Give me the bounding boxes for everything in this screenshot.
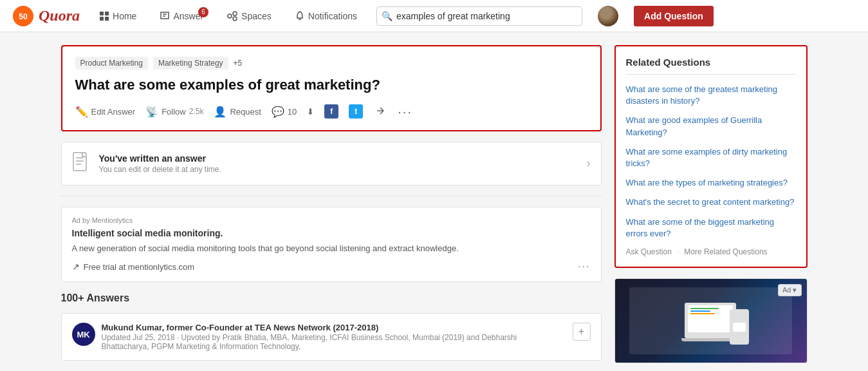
ad-link-text: Free trial at mentionlytics.com: [84, 262, 195, 272]
facebook-share-button[interactable]: f: [324, 104, 338, 119]
search-input[interactable]: [376, 6, 582, 26]
svg-point-9: [233, 12, 237, 15]
edit-icon: ✏️: [75, 106, 88, 118]
main-container: Product Marketing Marketing Strategy +5 …: [48, 45, 820, 363]
ad-image-badge[interactable]: Ad ▾: [778, 284, 802, 296]
nav-notifications[interactable]: Notifications: [291, 8, 361, 24]
ad-section: Ad by Mentionlytics Intelligent social m…: [61, 207, 602, 283]
more-options-button[interactable]: ···: [398, 104, 412, 119]
author-name[interactable]: Mukund Kumar, former Co-Founder at TEA N…: [102, 323, 566, 332]
answer-item: MK Mukund Kumar, former Co-Founder at TE…: [61, 313, 602, 361]
author-avatar: MK: [72, 323, 95, 346]
comment-icon: 💬: [272, 106, 284, 118]
related-question-2[interactable]: What are some examples of dirty marketin…: [626, 146, 796, 169]
search-icon: 🔍: [382, 11, 392, 21]
ad-description: A new generation of social media monitor…: [72, 242, 591, 255]
ad-image-card: Ad ▾: [614, 278, 808, 363]
downvote-button[interactable]: ⬇: [307, 105, 314, 119]
home-icon: [99, 11, 109, 21]
laptop-body: [685, 303, 736, 338]
svg-text:50: 50: [19, 12, 28, 21]
svg-rect-2: [100, 12, 104, 15]
left-column: Product Marketing Marketing Strategy +5 …: [61, 45, 602, 363]
written-notice-arrow: ›: [587, 157, 591, 170]
phone-shape: [730, 309, 749, 345]
answers-header: 100+ Answers: [61, 292, 602, 304]
action-bar: ✏️ Edit Answer 📡 Follow 2.5k 👤 Request 💬…: [75, 104, 587, 120]
answer-author: MK Mukund Kumar, former Co-Founder at TE…: [72, 323, 591, 351]
written-notice-content: You've written an answer You can edit or…: [99, 153, 221, 174]
right-column: Related Questions What are some of the g…: [614, 45, 808, 363]
written-notice-heading: You've written an answer: [99, 153, 221, 164]
svg-rect-3: [105, 12, 109, 15]
quora-logo-icon: 50: [13, 6, 33, 26]
tag-row: Product Marketing Marketing Strategy +5: [75, 57, 587, 70]
logo-area: 50 Quora: [13, 6, 80, 26]
search-box: 🔍: [376, 6, 582, 26]
spaces-icon: [226, 11, 238, 21]
related-links: Ask Question · More Related Questions: [626, 247, 796, 256]
ad-title: Intelligent social media monitoring.: [72, 228, 591, 238]
more-related-link[interactable]: More Related Questions: [684, 247, 767, 256]
related-questions-title: Related Questions: [626, 57, 796, 75]
ad-more-options[interactable]: ···: [578, 261, 590, 272]
divider: [61, 196, 602, 196]
share-icon: [375, 106, 385, 117]
related-question-5[interactable]: What are some of the biggest marketing e…: [626, 216, 796, 240]
follow-button[interactable]: 📡 Follow 2.5k: [145, 104, 203, 120]
nav-spaces[interactable]: Spaces: [223, 8, 275, 24]
ad-link[interactable]: ↗ Free trial at mentionlytics.com: [72, 262, 195, 272]
related-question-4[interactable]: What's the secret to great content marke…: [626, 196, 796, 208]
edit-answer-button[interactable]: ✏️ Edit Answer: [75, 104, 136, 120]
question-card: Product Marketing Marketing Strategy +5 …: [61, 45, 602, 131]
avatar-image: [598, 6, 618, 26]
twitter-share-button[interactable]: t: [349, 104, 363, 119]
tag-more[interactable]: +5: [234, 59, 243, 68]
laptop-screen: [688, 305, 733, 332]
tag-marketing-strategy[interactable]: Marketing Strategy: [153, 57, 228, 70]
svg-point-8: [228, 14, 232, 18]
add-question-button[interactable]: Add Question: [634, 6, 714, 26]
follow-icon: 📡: [145, 106, 158, 118]
follow-author-button[interactable]: +: [573, 323, 591, 341]
related-questions-card: Related Questions What are some of the g…: [614, 45, 808, 268]
downvote-icon: ⬇: [307, 107, 314, 117]
external-link-icon: ↗: [72, 262, 80, 272]
related-question-0[interactable]: What are some of the greatest marketing …: [626, 84, 796, 107]
share-button[interactable]: [373, 104, 387, 119]
svg-rect-5: [105, 17, 109, 21]
answer-badge: 6: [198, 7, 208, 17]
svg-rect-12: [73, 153, 86, 171]
ask-question-link[interactable]: Ask Question: [626, 247, 672, 256]
bell-icon: [295, 11, 305, 21]
laptop-illustration: [685, 303, 736, 338]
comment-button[interactable]: 💬 10: [272, 104, 297, 120]
request-button[interactable]: 👤 Request: [214, 104, 261, 120]
tag-product-marketing[interactable]: Product Marketing: [75, 57, 148, 70]
avatar[interactable]: [598, 6, 618, 26]
related-question-3[interactable]: What are the types of marketing strategi…: [626, 177, 796, 189]
written-notice-subtext: You can edit or delete it at any time.: [99, 165, 221, 174]
related-question-1[interactable]: What are good examples of Guerrilla Mark…: [626, 115, 796, 138]
ad-actions: ↗ Free trial at mentionlytics.com ···: [72, 261, 591, 272]
request-icon: 👤: [214, 106, 226, 118]
answer-icon: [160, 11, 170, 21]
header: 50 Quora Home Answer 6 Spaces Notificati…: [0, 0, 868, 32]
document-icon: [72, 151, 90, 176]
nav-home[interactable]: Home: [95, 8, 140, 24]
follow-count: 2.5k: [189, 107, 204, 116]
nav-answer[interactable]: Answer 6: [156, 8, 207, 24]
logo-text[interactable]: Quora: [39, 7, 80, 24]
svg-rect-4: [100, 17, 104, 21]
author-meta: Updated Jul 25, 2018 · Upvoted by Pratik…: [102, 333, 566, 351]
question-title: What are some examples of great marketin…: [75, 76, 587, 95]
svg-point-10: [233, 17, 237, 21]
ad-image-inner: [629, 287, 792, 354]
written-answer-notice[interactable]: You've written an answer You can edit or…: [61, 142, 602, 186]
ad-label: Ad by Mentionlytics: [72, 216, 591, 224]
author-info: Mukund Kumar, former Co-Founder at TEA N…: [102, 323, 566, 351]
